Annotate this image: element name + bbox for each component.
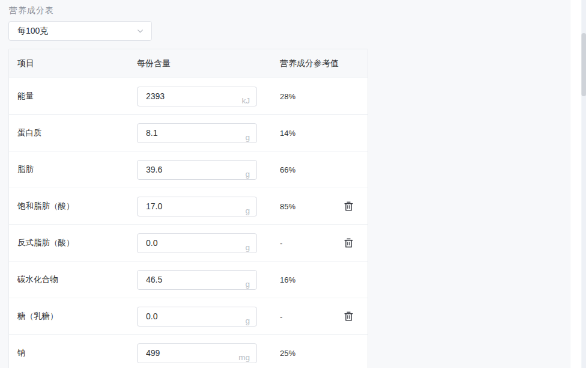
- chevron-down-icon: [136, 27, 144, 35]
- nrv-value: -: [280, 312, 342, 321]
- amount-field-wrap: g: [137, 311, 257, 321]
- nutrient-label: 碳水化合物: [17, 274, 137, 285]
- nrv-value: -: [280, 239, 342, 248]
- amount-input[interactable]: [137, 233, 257, 253]
- amount-field-wrap: g: [137, 164, 257, 174]
- table-row: 能量 kJ 28%: [9, 78, 368, 114]
- amount-input[interactable]: [137, 270, 257, 290]
- nrv-value: 85%: [280, 202, 342, 211]
- serving-size-select[interactable]: 每100克: [8, 21, 152, 41]
- amount-input[interactable]: [137, 197, 257, 216]
- table-row: 反式脂肪（酸） g -: [9, 224, 368, 261]
- nutrient-label: 钠: [17, 348, 137, 358]
- delete-row-button[interactable]: [342, 310, 354, 322]
- table-row: 蛋白质 g 14%: [9, 114, 368, 151]
- delete-row-button[interactable]: [342, 200, 354, 212]
- amount-input[interactable]: [137, 343, 257, 363]
- nutrient-label: 脂肪: [17, 164, 137, 175]
- nrv-value: 28%: [280, 92, 359, 101]
- table-row: 饱和脂肪（酸） g 85%: [9, 188, 368, 224]
- trash-icon: [344, 238, 353, 248]
- nrv-value: 14%: [280, 129, 359, 138]
- amount-field-wrap: g: [137, 274, 257, 284]
- table-row: 糖（乳糖） g -: [9, 298, 368, 334]
- scrollbar-track[interactable]: [581, 0, 586, 368]
- serving-size-value: 每100克: [17, 26, 136, 37]
- scrollbar-thumb[interactable]: [581, 33, 586, 96]
- column-header-item: 项目: [17, 58, 137, 69]
- nutrition-table: 项目 每份含量 营养成分参考值 能量 kJ 28% 蛋白质 g 14% 脂肪: [8, 49, 368, 368]
- nutrient-label: 糖（乳糖）: [17, 311, 137, 322]
- nutrition-facts-page: 营养成分表 每100克 项目 每份含量 营养成分参考值 能量 kJ 28%: [0, 0, 588, 368]
- column-header-amount: 每份含量: [137, 58, 280, 69]
- table-row: 碳水化合物 g 16%: [9, 261, 368, 298]
- delete-row-button[interactable]: [342, 237, 354, 249]
- amount-field-wrap: mg: [137, 348, 257, 358]
- table-row: 脂肪 g 66%: [9, 151, 368, 188]
- nutrient-label: 饱和脂肪（酸）: [17, 201, 137, 212]
- nutrient-label: 能量: [17, 91, 137, 102]
- amount-field-wrap: g: [137, 127, 257, 138]
- amount-field-wrap: kJ: [137, 91, 257, 101]
- amount-input[interactable]: [137, 123, 257, 143]
- page-title: 营养成分表: [8, 5, 368, 16]
- nutrient-label: 蛋白质: [17, 127, 137, 138]
- nrv-value: 66%: [280, 165, 359, 174]
- column-header-nrv: 营养成分参考值: [280, 58, 359, 69]
- nutrition-section: 营养成分表 每100克 项目 每份含量 营养成分参考值 能量 kJ 28%: [8, 5, 368, 368]
- table-body: 能量 kJ 28% 蛋白质 g 14% 脂肪 g 66%: [9, 78, 368, 368]
- amount-field-wrap: g: [137, 201, 257, 211]
- amount-input[interactable]: [137, 87, 257, 106]
- trash-icon: [344, 201, 353, 211]
- amount-input[interactable]: [137, 307, 257, 327]
- trash-icon: [344, 311, 353, 321]
- table-header-row: 项目 每份含量 营养成分参考值: [9, 49, 368, 78]
- amount-field-wrap: g: [137, 238, 257, 248]
- table-row: 钠 mg 25%: [9, 334, 368, 368]
- nrv-value: 25%: [280, 349, 359, 358]
- nrv-value: 16%: [280, 275, 359, 284]
- nutrient-label: 反式脂肪（酸）: [17, 238, 137, 248]
- right-gutter: [571, 0, 588, 368]
- amount-input[interactable]: [137, 160, 257, 180]
